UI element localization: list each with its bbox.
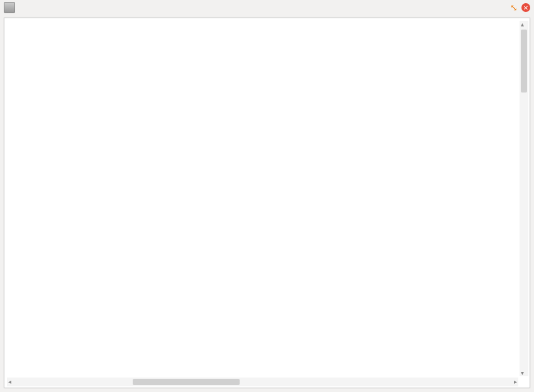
horizontal-scrollbar[interactable]: ◂ ▸ — [7, 378, 518, 386]
close-icon[interactable]: ✕ — [521, 3, 530, 12]
graph-canvas-viewport[interactable] — [7, 21, 518, 376]
scroll-right-icon[interactable]: ▸ — [514, 378, 517, 385]
scroll-up-icon[interactable]: ▴ — [521, 21, 524, 28]
collapse-icon[interactable]: ⤡ — [510, 3, 518, 13]
title-bar: ⤡ ✕ — [0, 0, 534, 15]
vertical-scrollbar[interactable]: ▴ ▾ — [520, 21, 528, 376]
app-icon — [4, 2, 15, 13]
vertical-scroll-thumb[interactable] — [521, 30, 527, 92]
horizontal-scroll-thumb[interactable] — [133, 379, 240, 385]
content-frame: ▴ ▾ ◂ ▸ — [4, 18, 530, 388]
edge-layer — [7, 21, 518, 376]
scroll-left-icon[interactable]: ◂ — [8, 378, 11, 385]
scroll-down-icon[interactable]: ▾ — [521, 369, 524, 376]
